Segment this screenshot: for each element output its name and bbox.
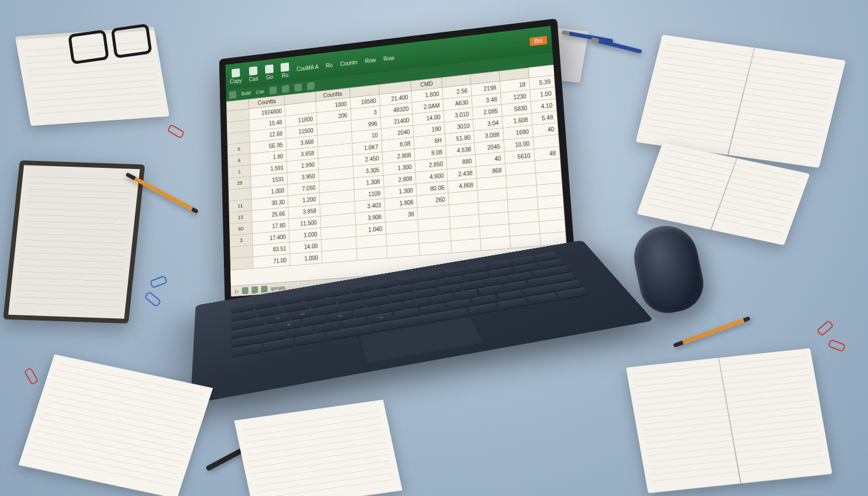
cell[interactable] <box>451 238 481 253</box>
laptop: Copy Cas Go Ro CouMA A Ro Countn Row Row… <box>214 29 619 434</box>
ribbon-label: Cas <box>249 75 258 82</box>
home-icon <box>249 66 258 75</box>
status-icon <box>242 287 248 294</box>
ribbon-label: Copy <box>230 77 242 84</box>
ribbon-item[interactable]: Ro <box>326 62 333 69</box>
ribbon-label: Row <box>365 57 376 64</box>
toolbar-label: Cas <box>256 89 264 95</box>
ribbon-label: Row <box>383 54 394 61</box>
cell[interactable] <box>356 246 387 260</box>
ribbon-badge[interactable]: Bld <box>529 35 547 46</box>
grid-icon <box>281 62 289 71</box>
ribbon-item[interactable]: Copy <box>230 68 242 84</box>
tool-button[interactable] <box>282 84 289 93</box>
ribbon-item[interactable]: Row <box>365 57 376 64</box>
ribbon-label: Countn <box>340 59 358 67</box>
cell[interactable] <box>480 236 510 251</box>
ribbon-label: Go <box>266 74 273 80</box>
cell[interactable] <box>420 241 452 255</box>
ribbon-label: Ro <box>282 72 289 78</box>
toolbar-label: Bold <box>241 90 251 97</box>
cell[interactable] <box>387 244 420 258</box>
tool-button[interactable] <box>295 83 302 91</box>
badge-label: Bld <box>534 37 542 44</box>
cell[interactable] <box>321 248 357 263</box>
file-icon <box>231 68 240 78</box>
cell[interactable]: 1.000 <box>290 251 322 266</box>
tool-button[interactable] <box>269 86 277 94</box>
tool-button[interactable] <box>229 91 237 99</box>
ribbon-item[interactable]: Ro <box>281 62 289 78</box>
ribbon-label: Ro <box>326 62 333 69</box>
open-notebook-bottom-right <box>626 348 833 494</box>
table-icon <box>265 64 274 74</box>
ribbon-item[interactable]: CouMA A <box>296 64 318 72</box>
tool-button[interactable] <box>307 82 315 90</box>
ribbon-item[interactable]: Go <box>265 64 274 80</box>
ribbon-item[interactable]: Row <box>383 54 394 61</box>
cell[interactable]: 71.00 <box>253 254 290 269</box>
ribbon-item[interactable]: Countn <box>340 59 358 67</box>
ribbon-item[interactable]: Cas <box>249 66 259 82</box>
clipboard <box>3 160 145 324</box>
data-table: CounttaCounttaCMD 192480010001658021.400… <box>226 65 567 271</box>
ribbon-label: CouMA A <box>296 64 318 72</box>
row-header[interactable] <box>230 257 253 270</box>
status-icon <box>261 285 267 292</box>
cell[interactable] <box>510 234 540 248</box>
status-icon <box>252 286 258 293</box>
